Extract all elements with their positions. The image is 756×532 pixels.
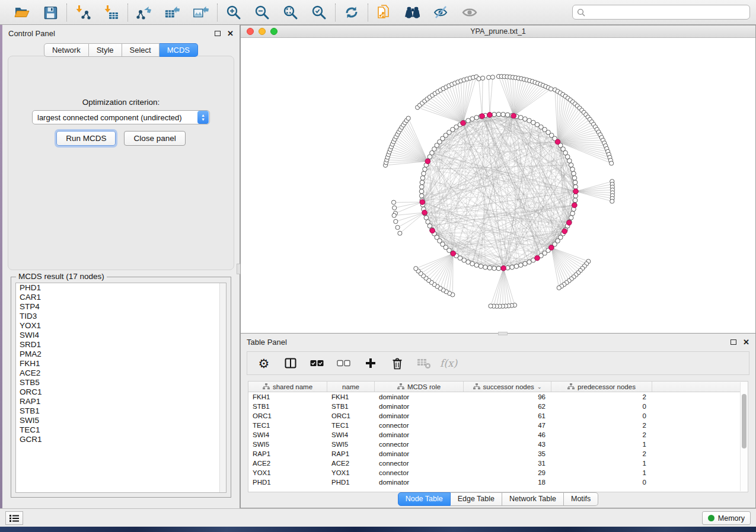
open-file-button[interactable] <box>14 4 30 21</box>
close-panel-icon[interactable]: ✕ <box>227 30 234 37</box>
zoom-in-button[interactable] <box>225 4 242 21</box>
tab-style[interactable]: Style <box>89 43 122 57</box>
column-header-name[interactable]: name <box>327 382 375 392</box>
table-body: FKH1FKH1dominator962STB1STB1dominator620… <box>248 392 748 487</box>
mcds-result-item[interactable]: PMA2 <box>16 350 226 359</box>
table-splitter-handle[interactable] <box>498 332 508 335</box>
mcds-result-item[interactable]: STB5 <box>16 378 226 387</box>
table-cell: ACE2 <box>248 459 327 468</box>
mcds-result-item[interactable]: SWI4 <box>16 331 226 340</box>
zoom-in-icon <box>226 5 241 20</box>
table-row[interactable]: TEC1TEC1connector472 <box>248 421 748 430</box>
table-cell: PHD1 <box>327 477 375 487</box>
mcds-result-item[interactable]: PHD1 <box>16 283 226 293</box>
export-table-icon <box>164 5 181 20</box>
show-columns-button[interactable] <box>283 356 298 370</box>
export-table-button[interactable] <box>164 4 181 21</box>
table-scrollbar-thumb[interactable] <box>742 394 747 448</box>
column-header-successor-nodes[interactable]: successor nodes⌄ <box>464 382 551 392</box>
table-row[interactable]: RAP1RAP1dominator352 <box>248 449 748 459</box>
list-scrollbar[interactable] <box>219 283 226 492</box>
tab-edge-table[interactable]: Edge Table <box>451 492 502 506</box>
eye-slash-icon <box>433 5 449 20</box>
tab-select[interactable]: Select <box>122 43 160 57</box>
table-cell: STB1 <box>327 402 375 411</box>
table-cell: 43 <box>464 440 551 449</box>
tab-network-table[interactable]: Network Table <box>502 492 564 506</box>
zoom-fit-button[interactable] <box>282 4 299 21</box>
mcds-result-item[interactable]: YOX1 <box>16 321 226 331</box>
deselect-all-button[interactable] <box>337 356 351 370</box>
gear-icon: ⚙ <box>259 357 270 370</box>
float-panel-icon[interactable] <box>731 339 736 345</box>
table-cell: 0 <box>551 477 652 487</box>
table-settings-button[interactable]: ⚙ <box>257 356 271 370</box>
network-canvas[interactable] <box>241 38 755 333</box>
column-header-MCDS-role[interactable]: MCDS role <box>375 382 464 392</box>
window-close-icon[interactable] <box>247 28 254 35</box>
table-row[interactable]: SWI4SWI4dominator462 <box>248 430 748 440</box>
tab-mcds[interactable]: MCDS <box>160 43 198 57</box>
save-session-button[interactable] <box>42 4 59 21</box>
table-row[interactable]: PHD1PHD1dominator180 <box>248 477 748 487</box>
mcds-result-item[interactable]: SRD1 <box>16 340 226 350</box>
search-network-button[interactable] <box>404 4 421 21</box>
mcds-result-item[interactable]: RAP1 <box>16 397 226 406</box>
import-network-button[interactable] <box>75 4 91 21</box>
column-header-predecessor-nodes[interactable]: predecessor nodes <box>551 382 652 392</box>
table-row[interactable]: ACE2ACE2connector311 <box>248 459 748 468</box>
select-all-button[interactable] <box>310 356 324 370</box>
tab-node-table[interactable]: Node Table <box>398 492 451 506</box>
zoom-selected-button[interactable] <box>311 4 327 21</box>
mcds-result-item[interactable]: STB1 <box>16 406 226 416</box>
table-row[interactable]: STB1STB1dominator620 <box>248 402 748 411</box>
apply-layout-button[interactable] <box>343 4 360 21</box>
mcds-result-item[interactable]: SWI5 <box>16 416 226 425</box>
share-document-button[interactable] <box>376 4 393 21</box>
close-panel-button[interactable]: Close panel <box>124 131 185 146</box>
delete-column-button[interactable] <box>390 356 404 370</box>
select-stepper-icon: ▲▼ <box>197 111 209 124</box>
export-network-button[interactable] <box>136 4 152 21</box>
screen: Control Panel ✕ NetworkStyleSelectMCDS O… <box>0 0 756 532</box>
network-window-titlebar[interactable]: YPA_prune.txt_1 <box>241 25 755 38</box>
memory-button[interactable]: Memory <box>702 511 751 525</box>
table-cell: SWI4 <box>248 430 327 440</box>
column-header-shared-name[interactable]: shared name <box>248 382 327 392</box>
mcds-result-item[interactable]: TEC1 <box>16 425 226 435</box>
share-document-icon <box>377 4 392 21</box>
network-graph[interactable] <box>241 38 756 334</box>
table-row[interactable]: ORC1ORC1dominator610 <box>248 411 748 421</box>
table-row[interactable]: YOX1YOX1connector291 <box>248 468 748 477</box>
add-column-button[interactable] <box>363 356 378 370</box>
mcds-result-item[interactable]: ORC1 <box>16 387 226 397</box>
mcds-result-item[interactable]: GCR1 <box>16 435 226 444</box>
table-row[interactable]: FKH1FKH1dominator962 <box>248 392 748 402</box>
delete-table-icon <box>417 357 431 369</box>
mcds-result-item[interactable]: ACE2 <box>16 368 226 378</box>
table-scrollbar[interactable] <box>740 382 748 491</box>
search-input[interactable] <box>588 8 745 17</box>
mcds-result-item[interactable]: TID3 <box>16 312 226 321</box>
table-row[interactable]: SWI5SWI5connector431 <box>248 440 748 449</box>
export-image-button[interactable] <box>193 4 209 21</box>
binoculars-icon <box>404 5 421 20</box>
tab-network[interactable]: Network <box>44 43 89 57</box>
zoom-out-button[interactable] <box>254 4 270 21</box>
window-zoom-icon[interactable] <box>270 28 277 35</box>
window-minimize-icon[interactable] <box>259 28 266 35</box>
export-image-icon <box>193 5 209 20</box>
tab-motifs[interactable]: Motifs <box>564 492 598 506</box>
mcds-result-item[interactable]: CAR1 <box>16 293 226 302</box>
mcds-result-item[interactable]: FKH1 <box>16 359 226 368</box>
criterion-select[interactable]: largest connected component (undirected)… <box>32 110 210 124</box>
task-history-button[interactable] <box>5 511 23 525</box>
import-table-button[interactable] <box>103 4 120 21</box>
show-all-button[interactable] <box>461 4 478 21</box>
mcds-result-list[interactable]: PHD1CAR1STP4TID3YOX1SWI4SRD1PMA2FKH1ACE2… <box>15 283 227 493</box>
run-mcds-button[interactable]: Run MCDS <box>56 131 116 146</box>
hide-selected-button[interactable] <box>433 4 449 21</box>
mcds-result-item[interactable]: STP4 <box>16 302 226 312</box>
close-panel-icon[interactable]: ✕ <box>743 338 749 346</box>
float-panel-icon[interactable] <box>215 31 221 36</box>
